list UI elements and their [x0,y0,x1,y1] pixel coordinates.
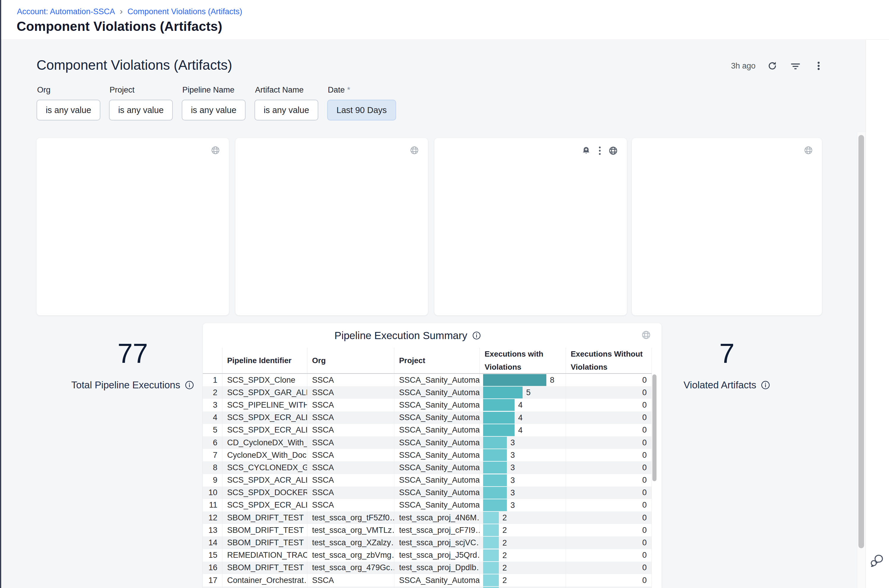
row-index: 8 [203,461,222,474]
column-header-org[interactable]: Org [307,348,394,373]
table-row[interactable]: 8 SCS_CYCLONEDX_GA… SSCA SSCA_Sanity_Aut… [203,461,652,474]
row-index: 16 [203,562,222,574]
table-row[interactable]: 11 SCS_SPDX_ECR_ALL_… SSCA SSCA_Sanity_A… [203,499,652,512]
stat-label: Total Pipeline Executions [71,380,180,391]
filter-artifact-name-value[interactable]: is any value [254,100,318,120]
globe-icon[interactable] [804,146,813,155]
row-index: 12 [203,512,222,524]
row-index [203,586,222,588]
violations-bar[interactable] [483,499,507,511]
cell-pipeline-identifier: SCS_SPDX_DOCKER_… [222,486,307,499]
violations-bar[interactable] [483,374,546,386]
cell-executions-with-violations: 4 [480,411,566,424]
filter-pipeline-name-value[interactable]: is any value [182,100,245,120]
app-header: Account: Automation-SSCA › Component Vio… [1,0,889,40]
violations-bar[interactable] [483,449,507,461]
violations-bar[interactable] [483,524,499,536]
cell-project: SSCA_Sanity_Automa… [394,424,480,436]
table-row[interactable]: 4 SCS_SPDX_ECR_ALL_… SSCA SSCA_Sanity_Au… [203,411,652,424]
table-row[interactable]: 16 SBOM_DRIFT_TEST test_ssca_org_479Gc… … [203,562,652,574]
globe-icon[interactable] [410,146,419,155]
cell-project: SSCA_Sanity_Automa… [394,374,480,386]
info-icon[interactable] [185,380,194,390]
cell-org: SSCA [307,374,394,386]
violations-bar[interactable] [483,512,499,524]
table-row[interactable]: 13 SBOM_DRIFT_TEST test_ssca_org_VMTLz… … [203,524,652,536]
filter-org-value[interactable]: is any value [36,100,100,120]
violations-bar[interactable] [483,574,499,586]
cell-executions-without-violations: 0 [566,424,652,436]
violations-bar[interactable] [483,437,507,448]
bar-value-label: 8 [550,376,554,385]
kebab-menu-icon[interactable] [812,59,825,72]
table-row[interactable]: 6 CD_CycloneDX_With_… SSCA SSCA_Sanity_A… [203,436,652,449]
cell-project: SSCA_Sanity_Automa… [394,436,480,449]
violations-bar[interactable] [483,487,507,499]
filter-icon[interactable] [789,59,802,72]
table-row[interactable]: 2 SCS_SPDX_GAR_ALL… SSCA SSCA_Sanity_Aut… [203,386,652,399]
filter-date-value[interactable]: Last 90 Days [327,100,396,120]
page-scrollbar-thumb[interactable] [859,135,864,548]
cell-org: SSCA [307,386,394,399]
cell-executions-with-violations: 4 [480,424,566,436]
violations-bar[interactable] [483,387,523,398]
violations-bar[interactable] [483,399,514,411]
violations-bar[interactable] [483,412,514,424]
violations-bar[interactable] [483,549,499,561]
column-header-pipeline-identifier[interactable]: Pipeline Identifier [222,348,307,373]
table-row[interactable]: 14 SBOM_DRIFT_TEST test_ssca_org_XZalzy…… [203,536,652,549]
violations-bar[interactable] [483,587,499,588]
table-row[interactable] [203,586,652,588]
column-header-index [203,348,222,373]
chat-bubbles-icon[interactable] [869,553,885,568]
stat-card-violated-artifacts: 7 Violated Artifacts [632,138,822,315]
cell-executions-with-violations: 2 [480,562,566,574]
table-row[interactable]: 5 SCS_SPDX_ECR_ALL_… SSCA SSCA_Sanity_Au… [203,424,652,436]
breadcrumb: Account: Automation-SSCA › Component Vio… [17,7,242,16]
row-index: 17 [203,574,222,586]
table-row[interactable]: 17 Container_Orchestrat… SSCA SSCA_Sanit… [203,574,652,586]
stat-card-executions-with-component-violations: 75 Executions with Component Violatio… [235,138,428,315]
table-row[interactable]: 15 REMEDIATION_TRAC… test_ssca_org_zbVmg… [203,549,652,562]
cell-pipeline-identifier: Container_Orchestrat… [222,574,307,586]
column-header-executions-with-violations[interactable]: Executions withViolations [480,348,566,373]
cell-org: SSCA [307,436,394,449]
cell-project: SSCA_Sanity_Automa… [394,474,480,486]
column-header-project[interactable]: Project [394,348,480,373]
table-row[interactable]: 10 SCS_SPDX_DOCKER_… SSCA SSCA_Sanity_Au… [203,486,652,499]
violations-bar[interactable] [483,537,499,549]
table-row[interactable]: 7 CycloneDX_With_Doc… SSCA SSCA_Sanity_A… [203,449,652,461]
globe-icon[interactable] [608,146,618,156]
cell-org: test_ssca_org_VMTLz… [307,524,394,536]
table-row[interactable]: 12 SBOM_DRIFT_TEST test_ssca_org_tF5Zf0…… [203,512,652,524]
cell-executions-without-violations: 0 [566,512,652,524]
breadcrumb-account-link[interactable]: Account: Automation-SSCA [17,7,115,16]
cell-pipeline-identifier: SBOM_DRIFT_TEST [222,512,307,524]
cell-project: SSCA_Sanity_Automa… [394,461,480,474]
cell-executions-with-violations: 8 [480,374,566,386]
filter-project-value[interactable]: is any value [109,100,173,120]
violations-bar[interactable] [483,562,499,574]
cell-project: test_ssca_proj_Dpdlb… [394,562,480,574]
cell-project: SSCA_Sanity_Automa… [394,399,480,411]
table-row[interactable]: 1 SCS_SPDX_Clone SSCA SSCA_Sanity_Automa… [203,374,652,386]
info-icon[interactable] [761,380,770,390]
violations-bar[interactable] [483,462,507,474]
row-index: 10 [203,486,222,499]
breadcrumb-current-link[interactable]: Component Violations (Artifacts) [127,7,242,16]
globe-icon[interactable] [641,330,651,340]
kebab-menu-icon[interactable] [598,146,601,156]
table-row[interactable]: 9 SCS_SPDX_ACR_ALL… SSCA SSCA_Sanity_Aut… [203,474,652,486]
globe-icon[interactable] [211,146,220,155]
column-header-executions-without-violations[interactable]: Executions WithoutViolations [566,348,652,373]
violations-bar[interactable] [483,474,507,486]
cell-executions-without-violations: 0 [566,386,652,399]
refresh-icon[interactable] [766,59,779,72]
info-icon[interactable] [472,331,481,340]
table-row[interactable]: 3 SCS_PIPELINE_WITH… SSCA SSCA_Sanity_Au… [203,399,652,411]
row-index: 3 [203,399,222,411]
cell-executions-without-violations [566,586,652,588]
bell-add-icon[interactable] [581,146,591,156]
violations-bar[interactable] [483,424,514,436]
table-scrollbar-thumb[interactable] [652,374,656,481]
